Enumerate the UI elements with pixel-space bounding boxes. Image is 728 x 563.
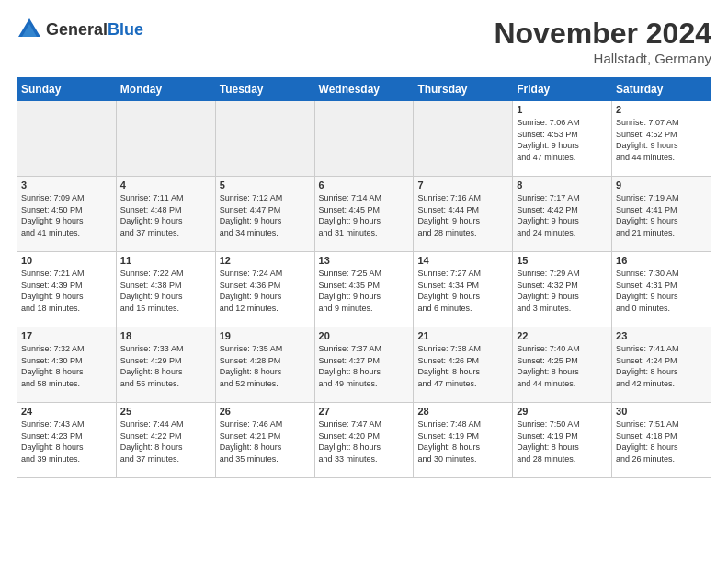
day-info: Sunrise: 7:27 AM Sunset: 4:34 PM Dayligh… — [417, 268, 508, 314]
day-number: 13 — [319, 255, 410, 266]
day-number: 17 — [21, 330, 112, 341]
month-title: November 2024 — [494, 17, 711, 51]
calendar-cell-1-5: 8Sunrise: 7:17 AM Sunset: 4:42 PM Daylig… — [513, 177, 612, 252]
day-info: Sunrise: 7:33 AM Sunset: 4:29 PM Dayligh… — [120, 343, 211, 389]
calendar-cell-3-6: 23Sunrise: 7:41 AM Sunset: 4:24 PM Dayli… — [612, 327, 711, 403]
calendar-cell-1-4: 7Sunrise: 7:16 AM Sunset: 4:44 PM Daylig… — [414, 177, 513, 252]
calendar-cell-0-1 — [116, 101, 215, 177]
calendar-cell-4-6: 30Sunrise: 7:51 AM Sunset: 4:18 PM Dayli… — [612, 403, 711, 478]
day-number: 28 — [417, 406, 508, 417]
calendar-cell-1-0: 3Sunrise: 7:09 AM Sunset: 4:50 PM Daylig… — [17, 177, 117, 252]
day-number: 11 — [120, 255, 211, 266]
week-row-0: 1Sunrise: 7:06 AM Sunset: 4:53 PM Daylig… — [17, 101, 711, 177]
day-info: Sunrise: 7:48 AM Sunset: 4:19 PM Dayligh… — [417, 419, 508, 465]
day-info: Sunrise: 7:35 AM Sunset: 4:28 PM Dayligh… — [220, 343, 311, 389]
header-sunday: Sunday — [17, 78, 117, 101]
day-info: Sunrise: 7:44 AM Sunset: 4:22 PM Dayligh… — [120, 419, 211, 465]
calendar-cell-0-4 — [414, 101, 513, 177]
day-number: 22 — [517, 330, 608, 341]
calendar-cell-4-4: 28Sunrise: 7:48 AM Sunset: 4:19 PM Dayli… — [414, 403, 513, 478]
day-info: Sunrise: 7:37 AM Sunset: 4:27 PM Dayligh… — [319, 343, 410, 389]
logo: GeneralBlue — [17, 17, 143, 42]
calendar-cell-2-1: 11Sunrise: 7:22 AM Sunset: 4:38 PM Dayli… — [116, 252, 215, 327]
day-number: 5 — [220, 179, 311, 190]
calendar-cell-1-3: 6Sunrise: 7:14 AM Sunset: 4:45 PM Daylig… — [314, 177, 414, 252]
day-number: 24 — [21, 406, 112, 417]
week-row-3: 17Sunrise: 7:32 AM Sunset: 4:30 PM Dayli… — [17, 327, 711, 403]
calendar-cell-4-2: 26Sunrise: 7:46 AM Sunset: 4:21 PM Dayli… — [215, 403, 314, 478]
day-info: Sunrise: 7:50 AM Sunset: 4:19 PM Dayligh… — [517, 419, 608, 465]
day-number: 9 — [616, 179, 707, 190]
day-number: 18 — [120, 330, 211, 341]
day-number: 23 — [616, 330, 707, 341]
calendar-cell-2-3: 13Sunrise: 7:25 AM Sunset: 4:35 PM Dayli… — [314, 252, 414, 327]
day-number: 15 — [517, 255, 608, 266]
title-block: November 2024 Hallstadt, Germany — [494, 17, 711, 66]
day-number: 12 — [220, 255, 311, 266]
day-info: Sunrise: 7:16 AM Sunset: 4:44 PM Dayligh… — [417, 192, 508, 238]
calendar-cell-3-3: 20Sunrise: 7:37 AM Sunset: 4:27 PM Dayli… — [314, 327, 414, 403]
calendar-cell-0-2 — [215, 101, 314, 177]
week-row-2: 10Sunrise: 7:21 AM Sunset: 4:39 PM Dayli… — [17, 252, 711, 327]
header-wednesday: Wednesday — [314, 78, 414, 101]
day-info: Sunrise: 7:40 AM Sunset: 4:25 PM Dayligh… — [517, 343, 608, 389]
day-info: Sunrise: 7:32 AM Sunset: 4:30 PM Dayligh… — [21, 343, 112, 389]
day-info: Sunrise: 7:21 AM Sunset: 4:39 PM Dayligh… — [21, 268, 112, 314]
calendar-cell-2-5: 15Sunrise: 7:29 AM Sunset: 4:32 PM Dayli… — [513, 252, 612, 327]
calendar-cell-0-5: 1Sunrise: 7:06 AM Sunset: 4:53 PM Daylig… — [513, 101, 612, 177]
calendar-cell-1-6: 9Sunrise: 7:19 AM Sunset: 4:41 PM Daylig… — [612, 177, 711, 252]
day-number: 26 — [220, 406, 311, 417]
header-thursday: Thursday — [414, 78, 513, 101]
calendar-cell-4-0: 24Sunrise: 7:43 AM Sunset: 4:23 PM Dayli… — [17, 403, 117, 478]
day-number: 30 — [616, 406, 707, 417]
calendar-cell-2-2: 12Sunrise: 7:24 AM Sunset: 4:36 PM Dayli… — [215, 252, 314, 327]
day-number: 7 — [417, 179, 508, 190]
week-row-1: 3Sunrise: 7:09 AM Sunset: 4:50 PM Daylig… — [17, 177, 711, 252]
day-info: Sunrise: 7:06 AM Sunset: 4:53 PM Dayligh… — [517, 117, 608, 163]
calendar-cell-3-4: 21Sunrise: 7:38 AM Sunset: 4:26 PM Dayli… — [414, 327, 513, 403]
day-info: Sunrise: 7:09 AM Sunset: 4:50 PM Dayligh… — [21, 192, 112, 238]
day-number: 10 — [21, 255, 112, 266]
day-number: 16 — [616, 255, 707, 266]
day-info: Sunrise: 7:14 AM Sunset: 4:45 PM Dayligh… — [319, 192, 410, 238]
day-number: 1 — [517, 104, 608, 115]
day-info: Sunrise: 7:12 AM Sunset: 4:47 PM Dayligh… — [220, 192, 311, 238]
calendar-cell-1-1: 4Sunrise: 7:11 AM Sunset: 4:48 PM Daylig… — [116, 177, 215, 252]
calendar-cell-0-6: 2Sunrise: 7:07 AM Sunset: 4:52 PM Daylig… — [612, 101, 711, 177]
calendar-cell-3-0: 17Sunrise: 7:32 AM Sunset: 4:30 PM Dayli… — [17, 327, 117, 403]
day-number: 3 — [21, 179, 112, 190]
day-info: Sunrise: 7:17 AM Sunset: 4:42 PM Dayligh… — [517, 192, 608, 238]
day-number: 2 — [616, 104, 707, 115]
day-info: Sunrise: 7:30 AM Sunset: 4:31 PM Dayligh… — [616, 268, 707, 314]
location: Hallstadt, Germany — [494, 51, 711, 66]
calendar-cell-2-0: 10Sunrise: 7:21 AM Sunset: 4:39 PM Dayli… — [17, 252, 117, 327]
day-number: 4 — [120, 179, 211, 190]
header: GeneralBlue November 2024 Hallstadt, Ger… — [17, 17, 711, 66]
day-info: Sunrise: 7:51 AM Sunset: 4:18 PM Dayligh… — [616, 419, 707, 465]
day-number: 29 — [517, 406, 608, 417]
day-number: 8 — [517, 179, 608, 190]
day-number: 27 — [319, 406, 410, 417]
day-number: 25 — [120, 406, 211, 417]
day-number: 20 — [319, 330, 410, 341]
day-info: Sunrise: 7:29 AM Sunset: 4:32 PM Dayligh… — [517, 268, 608, 314]
day-info: Sunrise: 7:24 AM Sunset: 4:36 PM Dayligh… — [220, 268, 311, 314]
calendar-cell-3-1: 18Sunrise: 7:33 AM Sunset: 4:29 PM Dayli… — [116, 327, 215, 403]
day-info: Sunrise: 7:38 AM Sunset: 4:26 PM Dayligh… — [417, 343, 508, 389]
header-friday: Friday — [513, 78, 612, 101]
day-number: 6 — [319, 179, 410, 190]
calendar-cell-0-3 — [314, 101, 414, 177]
calendar-cell-4-5: 29Sunrise: 7:50 AM Sunset: 4:19 PM Dayli… — [513, 403, 612, 478]
days-header-row: Sunday Monday Tuesday Wednesday Thursday… — [17, 78, 711, 101]
page: GeneralBlue November 2024 Hallstadt, Ger… — [0, 0, 728, 488]
calendar-cell-4-3: 27Sunrise: 7:47 AM Sunset: 4:20 PM Dayli… — [314, 403, 414, 478]
day-info: Sunrise: 7:11 AM Sunset: 4:48 PM Dayligh… — [120, 192, 211, 238]
day-info: Sunrise: 7:07 AM Sunset: 4:52 PM Dayligh… — [616, 117, 707, 163]
logo-text: GeneralBlue — [46, 20, 143, 40]
day-number: 19 — [220, 330, 311, 341]
calendar-cell-2-6: 16Sunrise: 7:30 AM Sunset: 4:31 PM Dayli… — [612, 252, 711, 327]
header-tuesday: Tuesday — [215, 78, 314, 101]
day-info: Sunrise: 7:22 AM Sunset: 4:38 PM Dayligh… — [120, 268, 211, 314]
day-number: 14 — [417, 255, 508, 266]
calendar-table: Sunday Monday Tuesday Wednesday Thursday… — [17, 77, 711, 478]
